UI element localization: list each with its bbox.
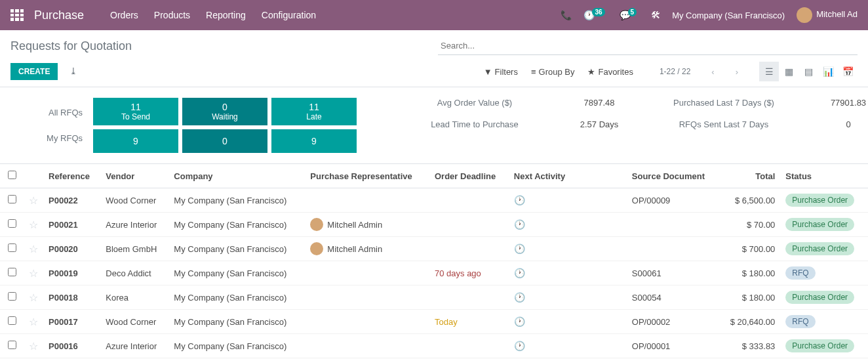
col-reference[interactable]: Reference (43, 164, 100, 188)
col-activity[interactable]: Next Activity (509, 164, 627, 188)
download-icon[interactable]: ⤓ (69, 66, 77, 76)
row-checkbox[interactable] (8, 316, 16, 325)
debug-icon[interactable]: 🛠 (651, 10, 660, 20)
chat-icon[interactable]: 💬5 (620, 10, 640, 20)
star-icon[interactable]: ☆ (24, 237, 43, 261)
cell-status: Purchase Order (780, 213, 868, 237)
star-icon[interactable]: ☆ (24, 310, 43, 334)
groupby-button[interactable]: ≡ Group By (531, 67, 575, 77)
star-icon[interactable]: ☆ (24, 213, 43, 237)
create-button[interactable]: CREATE (10, 63, 58, 80)
table-row[interactable]: ☆P00019Deco AddictMy Company (San Franci… (0, 261, 868, 285)
favorites-button[interactable]: ★ Favorites (587, 67, 633, 77)
cell-activity: 🕐 (509, 285, 627, 310)
cell-vendor: Wood Corner (100, 310, 168, 334)
cell-source: OP/00009 (627, 188, 719, 213)
avatar-icon (310, 242, 323, 255)
col-company[interactable]: Company (168, 164, 305, 188)
star-icon[interactable]: ☆ (24, 188, 43, 213)
cell-total: $ 6,500.00 (719, 188, 781, 213)
pager-prev[interactable]: ‹ (711, 67, 714, 77)
nav-configuration[interactable]: Configuration (262, 10, 316, 20)
clock-icon[interactable]: 🕐 (514, 316, 525, 327)
cell-reference: P00022 (43, 188, 100, 213)
status-badge: Purchase Order (785, 339, 854, 352)
view-pivot[interactable]: ▤ (799, 62, 818, 81)
cell-status: RFQ (780, 261, 868, 285)
deadline-text: Today (435, 317, 458, 327)
col-status[interactable]: Status (780, 164, 868, 188)
row-checkbox[interactable] (8, 195, 16, 203)
filters-button[interactable]: ▼ Filters (484, 67, 518, 77)
cell-total: $ 700.00 (719, 237, 781, 261)
row-checkbox[interactable] (8, 243, 16, 252)
user-menu[interactable]: Mitchell Ad (797, 7, 858, 23)
cell-vendor: Korea (100, 285, 168, 310)
cell-rep: Mitchell Admin (305, 213, 429, 237)
star-icon[interactable]: ☆ (24, 261, 43, 285)
timer-icon[interactable]: 🕐36 (583, 10, 607, 20)
company-switcher[interactable]: My Company (San Francisco) (672, 11, 785, 20)
tile-all-2[interactable]: 11Late (271, 98, 357, 125)
table-row[interactable]: ☆P00016Azure InteriorMy Company (San Fra… (0, 334, 868, 358)
star-icon[interactable]: ☆ (24, 334, 43, 358)
table-row[interactable]: ☆P00021Azure InteriorMy Company (San Fra… (0, 213, 868, 237)
col-source[interactable]: Source Document (627, 164, 719, 188)
clock-icon[interactable]: 🕐 (514, 195, 525, 205)
view-calendar[interactable]: 📅 (838, 62, 858, 81)
table-row[interactable]: ☆P00022Wood CornerMy Company (San Franci… (0, 188, 868, 213)
cell-vendor: Bloem GmbH (100, 237, 168, 261)
stat-value: 77901.83 (802, 98, 868, 108)
view-switcher: ☰ ▦ ▤ 📊 📅 (759, 62, 858, 81)
nav-reporting[interactable]: Reporting (206, 10, 246, 20)
nav-products[interactable]: Products (154, 10, 190, 20)
pager-text[interactable]: 1-22 / 22 (660, 67, 690, 76)
clock-icon[interactable]: 🕐 (514, 243, 525, 254)
cell-rep (305, 285, 429, 310)
row-checkbox[interactable] (8, 219, 16, 228)
table-row[interactable]: ☆P00020Bloem GmbHMy Company (San Francis… (0, 237, 868, 261)
status-badge: Purchase Order (785, 194, 854, 207)
tile-all-0[interactable]: 11To Send (93, 98, 178, 125)
phone-icon[interactable]: 📞 (561, 10, 572, 20)
search-input[interactable] (438, 37, 858, 55)
label-my-rfqs[interactable]: My RFQs (10, 133, 83, 143)
row-checkbox[interactable] (8, 292, 16, 301)
view-kanban[interactable]: ▦ (779, 62, 799, 81)
cell-vendor: Azure Interior (100, 334, 168, 358)
app-title[interactable]: Purchase (34, 9, 84, 22)
view-graph[interactable]: 📊 (818, 62, 838, 81)
select-all-checkbox[interactable] (8, 171, 16, 179)
label-all-rfqs[interactable]: All RFQs (10, 108, 83, 117)
cell-status: Purchase Order (780, 237, 868, 261)
star-icon[interactable]: ☆ (24, 285, 43, 310)
cell-source: OP/00002 (627, 310, 719, 334)
cell-source: S00054 (627, 285, 719, 310)
col-deadline[interactable]: Order Deadline (429, 164, 509, 188)
col-vendor[interactable]: Vendor (100, 164, 168, 188)
clock-icon[interactable]: 🕐 (514, 292, 525, 303)
table-row[interactable]: ☆P00017Wood CornerMy Company (San Franci… (0, 310, 868, 334)
row-checkbox[interactable] (8, 341, 16, 349)
table-row[interactable]: ☆P00018KoreaMy Company (San Francisco)🕐S… (0, 285, 868, 310)
tile-all-1[interactable]: 0Waiting (182, 98, 267, 125)
timer-badge: 36 (592, 8, 604, 16)
tile-my-0[interactable]: 9 (93, 129, 178, 153)
cell-activity: 🕐 (509, 188, 627, 213)
clock-icon[interactable]: 🕐 (514, 341, 525, 351)
tile-my-2[interactable]: 9 (271, 129, 357, 153)
col-total[interactable]: Total (719, 164, 781, 188)
col-rep[interactable]: Purchase Representative (305, 164, 429, 188)
cell-activity: 🕐 (509, 310, 627, 334)
clock-icon[interactable]: 🕐 (514, 219, 525, 230)
pager-next[interactable]: › (736, 67, 738, 77)
apps-icon[interactable] (10, 9, 24, 21)
cell-company: My Company (San Francisco) (168, 310, 305, 334)
row-checkbox[interactable] (8, 268, 16, 276)
cell-total: $ 70.00 (719, 213, 781, 237)
nav-orders[interactable]: Orders (110, 10, 138, 20)
clock-icon[interactable]: 🕐 (514, 268, 525, 278)
tile-my-1[interactable]: 0 (182, 129, 267, 153)
view-list[interactable]: ☰ (759, 62, 779, 81)
cell-activity: 🕐 (509, 261, 627, 285)
